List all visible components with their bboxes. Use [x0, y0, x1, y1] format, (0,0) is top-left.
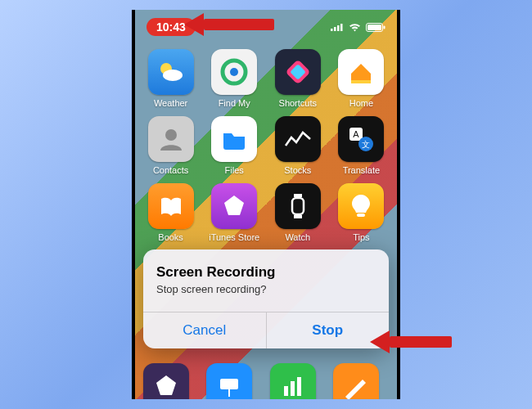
svg-rect-3	[340, 24, 343, 31]
svg-rect-22	[357, 213, 365, 217]
svg-rect-20	[294, 194, 302, 197]
shortcuts-icon	[275, 49, 321, 95]
svg-rect-23	[220, 379, 238, 389]
svg-text:文: 文	[362, 140, 370, 149]
imovie-icon[interactable]	[143, 363, 189, 399]
pages-icon[interactable]	[333, 363, 379, 399]
stocks-icon	[275, 116, 321, 162]
app-shortcuts[interactable]: Shortcuts	[270, 49, 326, 108]
app-label: Translate	[343, 165, 380, 175]
cellular-signal-icon	[331, 23, 344, 31]
app-home[interactable]: Home	[333, 49, 389, 108]
app-label: Books	[158, 232, 183, 242]
svg-rect-5	[367, 25, 381, 30]
svg-rect-2	[337, 25, 340, 31]
svg-rect-24	[228, 389, 230, 397]
translate-icon: A文	[338, 116, 384, 162]
battery-icon	[366, 23, 385, 32]
app-label: Contacts	[153, 165, 188, 175]
svg-rect-27	[297, 377, 301, 396]
app-label: Shortcuts	[279, 98, 317, 108]
svg-rect-6	[384, 25, 385, 29]
annotation-arrow-bottom	[370, 330, 452, 353]
app-contacts[interactable]: Contacts	[143, 116, 199, 175]
app-label: Files	[225, 165, 244, 175]
app-label: Stocks	[284, 165, 311, 175]
status-icons	[331, 23, 385, 32]
contacts-icon	[148, 116, 194, 162]
app-label: Weather	[154, 98, 187, 108]
app-label: Find My	[219, 98, 250, 108]
svg-rect-1	[334, 27, 336, 31]
app-weather[interactable]: Weather	[143, 49, 199, 108]
svg-point-10	[230, 68, 238, 76]
svg-text:A: A	[354, 129, 360, 139]
svg-rect-21	[294, 215, 302, 218]
files-icon	[211, 116, 257, 162]
app-translate[interactable]: A文Translate	[333, 116, 389, 175]
home-screen-apps: WeatherFind MyShortcutsHomeContactsFiles…	[135, 49, 397, 242]
dock	[135, 363, 397, 399]
itunes-icon	[211, 183, 257, 229]
app-label: Tips	[353, 232, 369, 242]
svg-rect-0	[331, 29, 333, 31]
app-books[interactable]: Books	[143, 183, 199, 242]
books-icon	[148, 183, 194, 229]
svg-rect-19	[292, 198, 304, 214]
findmy-icon	[211, 49, 257, 95]
dialog-message: Stop screen recording?	[156, 283, 376, 295]
annotation-arrow-top	[184, 13, 274, 36]
keynote-icon[interactable]	[206, 363, 252, 399]
home-icon	[338, 49, 384, 95]
app-findmy[interactable]: Find My	[206, 49, 262, 108]
phone-frame: 10:43 WeatherFind MyShortcutsHomeContact…	[132, 10, 400, 399]
svg-point-14	[165, 129, 177, 141]
app-stocks[interactable]: Stocks	[270, 116, 326, 175]
app-label: iTunes Store	[209, 232, 259, 242]
svg-point-8	[163, 70, 183, 81]
cancel-button[interactable]: Cancel	[143, 312, 266, 348]
app-watch[interactable]: Watch	[270, 183, 326, 242]
svg-rect-26	[291, 381, 295, 396]
app-itunes[interactable]: iTunes Store	[206, 183, 262, 242]
app-tips[interactable]: Tips	[333, 183, 389, 242]
numbers-icon[interactable]	[270, 363, 316, 399]
wifi-icon	[349, 23, 361, 32]
svg-rect-25	[284, 386, 288, 396]
app-label: Watch	[285, 232, 310, 242]
app-files[interactable]: Files	[206, 116, 262, 175]
screen-recording-dialog: Screen Recording Stop screen recording? …	[143, 249, 389, 348]
annotation-canvas: 10:43 WeatherFind MyShortcutsHomeContact…	[0, 0, 532, 409]
svg-rect-13	[351, 80, 371, 83]
app-label: Home	[349, 98, 373, 108]
dialog-title: Screen Recording	[156, 264, 376, 281]
weather-icon	[148, 49, 194, 95]
watch-icon	[275, 183, 321, 229]
tips-icon	[338, 183, 384, 229]
